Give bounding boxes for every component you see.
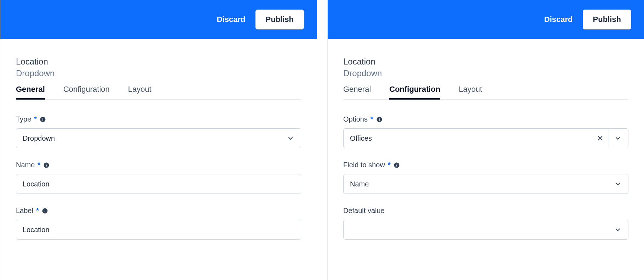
required-marker: * <box>38 161 40 169</box>
publish-button[interactable]: Publish <box>583 10 631 29</box>
info-icon[interactable] <box>42 208 48 214</box>
default-value-select[interactable] <box>343 220 628 240</box>
topbar: Discard Publish <box>0 0 317 39</box>
panel-subtitle: Dropdown <box>343 68 628 78</box>
tab-general[interactable]: General <box>343 85 371 100</box>
field-label: Name * <box>16 161 301 169</box>
required-marker: * <box>34 115 37 123</box>
label-text: Default value <box>343 207 385 215</box>
clear-button[interactable] <box>597 135 609 142</box>
info-icon[interactable] <box>393 162 400 168</box>
label-text: Options <box>343 115 368 123</box>
field-label: Type * <box>16 115 301 123</box>
chevron-down-icon <box>614 134 622 142</box>
panel-title: Location <box>16 56 301 67</box>
field-default-value: Default value <box>343 207 628 240</box>
publish-button[interactable]: Publish <box>255 10 304 29</box>
label-text: Label <box>16 207 33 215</box>
type-select[interactable]: Dropdown <box>16 128 301 148</box>
select-value: Dropdown <box>23 134 287 142</box>
options-select[interactable]: Offices <box>343 128 628 148</box>
panel-configuration: Discard Publish Location Dropdown Genera… <box>327 0 644 280</box>
field-type: Type * Dropdown <box>16 115 301 148</box>
label-text: Name <box>16 161 35 169</box>
panel-general: Discard Publish Location Dropdown Genera… <box>0 0 317 280</box>
topbar: Discard Publish <box>328 0 644 39</box>
field-name: Name * <box>16 161 301 194</box>
tab-layout[interactable]: Layout <box>459 85 482 100</box>
info-icon[interactable] <box>40 116 46 123</box>
panel-body: Location Dropdown General Configuration … <box>328 39 644 280</box>
chevron-down-icon <box>614 226 622 234</box>
required-marker: * <box>370 115 373 123</box>
field-label: Options * <box>343 115 628 123</box>
select-toggle[interactable] <box>609 129 622 148</box>
field-label-field: Label * <box>16 207 301 240</box>
panel-subtitle: Dropdown <box>16 68 301 78</box>
label-input[interactable] <box>16 220 301 240</box>
chevron-down-icon <box>614 180 622 188</box>
panel-gap <box>317 0 327 280</box>
required-marker: * <box>388 161 391 169</box>
field-field-to-show: Field to show * Name <box>343 161 628 194</box>
field-to-show-select[interactable]: Name <box>343 174 628 194</box>
field-options: Options * Offices <box>343 115 628 148</box>
select-value: Name <box>350 180 614 188</box>
info-icon[interactable] <box>376 116 383 123</box>
name-input[interactable] <box>16 174 301 194</box>
required-marker: * <box>36 207 39 215</box>
panel-title: Location <box>343 56 628 67</box>
discard-button[interactable]: Discard <box>544 15 573 24</box>
tab-configuration[interactable]: Configuration <box>389 85 440 100</box>
tab-general[interactable]: General <box>16 85 45 100</box>
label-text: Field to show <box>343 161 385 169</box>
tabs: General Configuration Layout <box>343 85 628 100</box>
form-configuration: Options * Offices <box>343 100 628 240</box>
select-value: Offices <box>350 134 597 142</box>
tab-configuration[interactable]: Configuration <box>63 85 110 100</box>
form-general: Type * Dropdown Nam <box>16 100 301 240</box>
tab-layout[interactable]: Layout <box>128 85 151 100</box>
chevron-down-icon <box>287 134 294 142</box>
field-label: Default value <box>343 207 628 215</box>
tabs: General Configuration Layout <box>16 85 301 100</box>
panel-body: Location Dropdown General Configuration … <box>0 39 317 280</box>
info-icon[interactable] <box>43 162 50 168</box>
discard-button[interactable]: Discard <box>217 15 246 24</box>
field-label: Label * <box>16 207 301 215</box>
field-label: Field to show * <box>343 161 628 169</box>
label-text: Type <box>16 115 31 123</box>
